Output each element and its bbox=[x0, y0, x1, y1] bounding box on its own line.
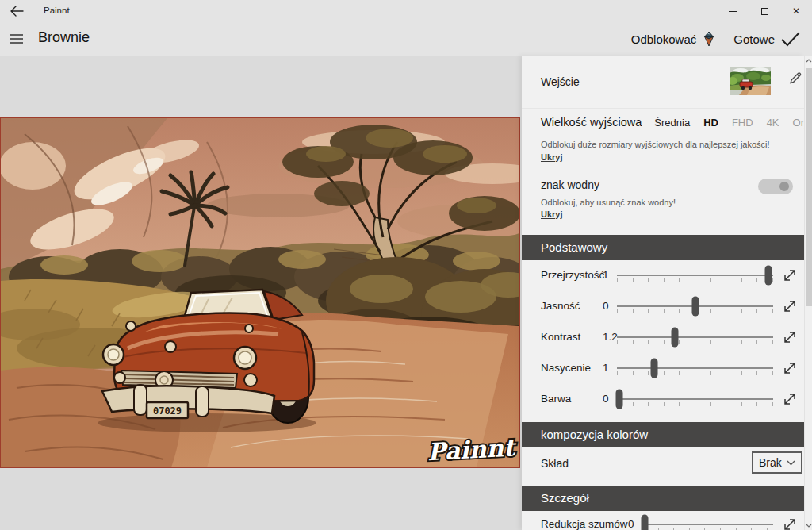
expand-slider-icon[interactable] bbox=[781, 390, 799, 408]
input-thumbnail-image bbox=[730, 67, 771, 95]
app-header: Brownie Odblokować Gotowe bbox=[0, 22, 812, 56]
close-button[interactable]: ✕ bbox=[780, 0, 812, 22]
input-thumbnail[interactable] bbox=[730, 67, 771, 95]
slider-ticks bbox=[617, 278, 773, 282]
slider-thumb[interactable] bbox=[651, 359, 658, 378]
composition-dropdown-value: Brak bbox=[759, 456, 782, 469]
watermark-unlock-note: Odblokuj, aby usunąć znak wodny! bbox=[541, 198, 676, 207]
slider-value: 0 bbox=[603, 393, 609, 405]
menu-icon[interactable] bbox=[10, 33, 24, 44]
slider-label: Barwa bbox=[541, 393, 571, 405]
slider-value: 1.2 bbox=[603, 331, 618, 343]
watermark-label: znak wodny bbox=[541, 179, 599, 191]
size-option-oryginal[interactable]: Oryginal bbox=[793, 117, 804, 129]
slider-row-przejrzystosc: Przejrzystość 1 bbox=[522, 267, 804, 284]
scrollbar-up-arrow[interactable] bbox=[805, 56, 812, 65]
unlock-label: Odblokować bbox=[631, 33, 697, 46]
expand-slider-icon[interactable] bbox=[781, 328, 799, 346]
slider-track[interactable] bbox=[617, 398, 773, 400]
divider bbox=[522, 108, 804, 109]
size-option-fhd[interactable]: FHD bbox=[732, 117, 753, 129]
gem-icon bbox=[702, 30, 716, 48]
slider-label: Nasycenie bbox=[541, 362, 591, 374]
expand-slider-icon[interactable] bbox=[781, 359, 799, 377]
size-hide-link[interactable]: Ukryj bbox=[541, 152, 563, 162]
slider-ticks bbox=[617, 371, 773, 375]
composition-label: Skład bbox=[541, 457, 569, 470]
slider-value: 0 bbox=[628, 518, 634, 530]
section-header-color-composition: kompozycja kolorów bbox=[522, 422, 804, 447]
toggle-knob bbox=[779, 182, 789, 191]
slider-thumb[interactable] bbox=[615, 390, 622, 409]
output-size-options: Średnia HD FHD 4K Oryginal bbox=[654, 117, 804, 129]
preview-image[interactable]: 07029 Painnt bbox=[0, 117, 520, 468]
back-icon[interactable] bbox=[10, 6, 24, 17]
check-icon bbox=[780, 31, 801, 47]
output-size-label: Wielkość wyjściowa bbox=[541, 116, 642, 129]
expand-slider-icon[interactable] bbox=[781, 516, 799, 530]
slider-value: 0 bbox=[603, 300, 609, 312]
slider-track[interactable] bbox=[617, 367, 773, 369]
section-header-basic: Podstawowy bbox=[522, 235, 804, 260]
slider-row-kontrast: Kontrast 1.2 bbox=[522, 328, 804, 346]
watermark-hide-link[interactable]: Ukryj bbox=[541, 209, 563, 219]
scrollbar-down-arrow[interactable] bbox=[805, 520, 812, 530]
minimize-button[interactable] bbox=[717, 0, 749, 22]
slider-value: 1 bbox=[603, 269, 609, 281]
size-option-4k[interactable]: 4K bbox=[767, 117, 779, 129]
done-label: Gotowe bbox=[733, 33, 775, 46]
canvas-area: 07029 Painnt bbox=[0, 56, 522, 530]
expand-slider-icon[interactable] bbox=[781, 298, 799, 315]
slider-thumb[interactable] bbox=[642, 515, 649, 530]
slider-thumb[interactable] bbox=[691, 297, 699, 317]
panel-scrollbar[interactable] bbox=[804, 56, 812, 530]
section-header-detail: Szczegół bbox=[522, 486, 804, 511]
unlock-button[interactable]: Odblokować bbox=[626, 27, 722, 51]
slider-track[interactable] bbox=[642, 524, 773, 525]
slider-row-nasycenie: Nasycenie 1 bbox=[522, 359, 804, 377]
settings-panel: Wejście bbox=[522, 56, 804, 530]
slider-ticks bbox=[617, 402, 773, 406]
artwork-svg: 07029 Painnt bbox=[1, 118, 519, 467]
slider-row-redukcja-szumow: Redukcja szumów 0 bbox=[522, 516, 804, 530]
done-button[interactable]: Gotowe bbox=[729, 28, 806, 50]
slider-thumb[interactable] bbox=[671, 328, 678, 348]
slider-label: Kontrast bbox=[541, 331, 580, 343]
watermark-toggle[interactable] bbox=[758, 179, 793, 194]
watermark-text: Painnt bbox=[427, 433, 518, 466]
license-plate: 07029 bbox=[153, 405, 182, 417]
scrollbar-thumb[interactable] bbox=[806, 68, 812, 306]
slider-thumb[interactable] bbox=[765, 266, 772, 286]
slider-row-barwa: Barwa 0 bbox=[522, 390, 804, 408]
slider-label: Jasność bbox=[541, 300, 580, 312]
slider-row-jasnosc: Jasność 0 bbox=[522, 298, 804, 315]
slider-label: Przejrzystość bbox=[541, 269, 604, 281]
slider-track[interactable] bbox=[617, 336, 773, 338]
size-option-hd[interactable]: HD bbox=[703, 117, 718, 129]
slider-label: Redukcja szumów bbox=[541, 518, 628, 530]
maximize-button[interactable] bbox=[749, 0, 780, 22]
style-name-title: Brownie bbox=[38, 29, 90, 46]
slider-track[interactable] bbox=[617, 305, 773, 307]
edit-pencil-icon[interactable] bbox=[786, 70, 803, 87]
expand-slider-icon[interactable] bbox=[781, 267, 799, 284]
size-unlock-note: Odblokuj duże rozmiary wyjściowych dla n… bbox=[541, 140, 770, 149]
composition-dropdown[interactable]: Brak bbox=[752, 451, 802, 474]
titlebar: Painnt ✕ bbox=[0, 0, 812, 22]
slider-ticks bbox=[617, 340, 773, 344]
size-option-srednia[interactable]: Średnia bbox=[654, 117, 690, 129]
chevron-down-icon bbox=[787, 460, 795, 466]
input-label: Wejście bbox=[541, 75, 580, 88]
window-controls: ✕ bbox=[717, 0, 812, 22]
slider-value: 1 bbox=[603, 362, 609, 374]
slider-track[interactable] bbox=[617, 275, 773, 276]
painnt-window: Painnt ✕ Brownie Odblokować Gotowe bbox=[0, 0, 812, 530]
app-title: Painnt bbox=[44, 6, 70, 15]
